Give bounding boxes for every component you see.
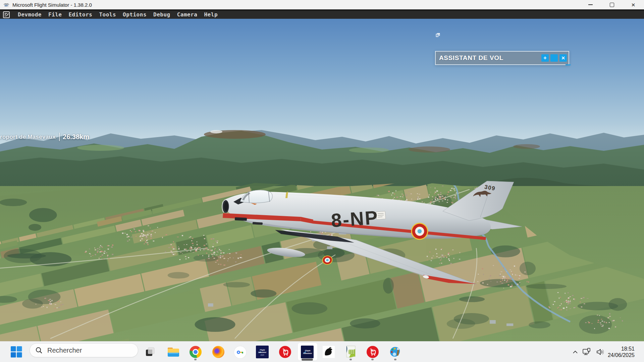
flight-assistant-panel[interactable]: ASSISTANT DE VOL + ✕ (435, 51, 569, 65)
flight-simulator-icon: Flight Simulator (301, 346, 314, 358)
flight-simulator-2024-button[interactable]: Flight Simulator 2024 (256, 346, 269, 358)
poi-name: roport de Masevaux (0, 134, 56, 140)
search-icon (35, 347, 43, 354)
window-titlebar[interactable]: Microsoft Flight Simulator - 1.38.2.0 ✕ (0, 0, 644, 9)
svg-text:Flight: Flight (260, 349, 265, 351)
svg-text:2024: 2024 (260, 354, 264, 356)
poi-distance: 26.38km (63, 133, 89, 141)
speaker-icon (596, 348, 605, 356)
menu-help[interactable]: Help (201, 11, 221, 18)
plus-icon: + (543, 55, 546, 61)
clock-time: 18:51 (608, 346, 635, 352)
task-view-icon (145, 347, 155, 357)
red-radio-app-2-button[interactable] (366, 346, 379, 358)
close-icon: ✕ (631, 2, 636, 7)
ethernet-icon (583, 348, 591, 356)
poi-separator (59, 133, 60, 141)
file-explorer-icon (167, 347, 179, 357)
calc-running-indicator (350, 359, 352, 360)
external-link-icon (436, 33, 440, 37)
tray-chevron-button[interactable] (570, 346, 580, 358)
add-button[interactable]: + (541, 54, 549, 62)
fuselage-roundel (411, 223, 428, 240)
paint-icon (389, 346, 401, 358)
menu-tools[interactable]: Tools (96, 11, 119, 18)
firefox-button[interactable] (212, 346, 225, 358)
windows-taskbar: Flight Simulator 2024 Flight Si (0, 341, 644, 362)
poi-marker: roport de Masevaux 26.38km (0, 133, 89, 141)
start-button[interactable] (10, 346, 23, 358)
panel-resize-hint[interactable] (566, 64, 571, 65)
svg-text:Simulator: Simulator (258, 351, 267, 353)
maximize-button[interactable] (601, 0, 623, 9)
red-radio-app-2-running-indicator (371, 359, 374, 360)
chrome-button[interactable] (189, 346, 202, 358)
network-button[interactable] (580, 346, 594, 358)
minimize-button[interactable] (580, 0, 601, 9)
window-title: Microsoft Flight Simulator - 1.38.2.0 (12, 2, 92, 8)
openoffice-calc-icon (345, 346, 357, 358)
simulator-viewport: 8-NP 309 roport de Masevaux 26.38km ASSI… (0, 19, 644, 341)
taskbar-clock[interactable]: 18:51 24/06/2025 (608, 346, 635, 358)
devmode-menubar: Devmode File Editors Tools Options Debug… (0, 9, 644, 19)
black-silhouette-app-button[interactable] (323, 346, 335, 358)
svg-text:Flight: Flight (305, 349, 311, 352)
flight-simulator-button[interactable]: Flight Simulator (301, 346, 314, 358)
red-radio-app-button[interactable] (279, 346, 291, 358)
start-icon (11, 346, 22, 358)
minimize-icon (588, 4, 593, 5)
firefox-icon (212, 346, 224, 358)
pop-out-button[interactable] (550, 54, 558, 62)
maximize-icon (610, 3, 614, 7)
password-key-button[interactable] (234, 346, 247, 359)
msfs-app-icon (3, 2, 10, 8)
close-button[interactable]: ✕ (623, 0, 644, 9)
close-icon: ✕ (561, 55, 565, 61)
red-radio-app-icon (279, 346, 291, 358)
menu-file[interactable]: File (45, 11, 65, 18)
red-radio-app-2-icon (366, 346, 379, 358)
menu-devmode[interactable]: Devmode (14, 11, 45, 18)
search-input[interactable] (47, 346, 128, 355)
fuselage-code: 8-NP (330, 206, 379, 231)
paint-running-indicator (394, 359, 396, 360)
menu-debug[interactable]: Debug (150, 11, 174, 18)
panel-title[interactable]: ASSISTANT DE VOL (439, 54, 541, 62)
volume-button[interactable] (594, 346, 608, 358)
svg-text:Simulator: Simulator (303, 352, 312, 354)
desktop: 8-NP 309 roport de Masevaux 26.38km ASSI… (0, 0, 644, 362)
menu-options[interactable]: Options (119, 11, 150, 18)
menu-camera[interactable]: Camera (174, 11, 201, 18)
file-explorer-button[interactable] (167, 346, 180, 358)
menu-editors[interactable]: Editors (65, 11, 96, 18)
chevron-up-icon (573, 351, 578, 354)
system-tray: 18:51 24/06/2025 (570, 342, 644, 362)
search-box[interactable] (30, 343, 138, 357)
scenery: 8-NP 309 (0, 19, 644, 341)
chrome-running-indicator (194, 359, 197, 360)
openoffice-calc-button[interactable] (344, 346, 357, 358)
flight-simulator-active-indicator (302, 359, 313, 361)
password-key-icon (234, 346, 246, 358)
chrome-icon (190, 346, 202, 358)
paint-button[interactable] (389, 346, 401, 358)
devmode-icon (3, 11, 10, 18)
black-silhouette-app-icon (323, 346, 335, 358)
task-view-button[interactable] (144, 346, 156, 358)
clock-date: 24/06/2025 (608, 352, 635, 358)
flight-simulator-2024-icon: Flight Simulator 2024 (256, 346, 269, 358)
close-panel-button[interactable]: ✕ (559, 54, 567, 62)
